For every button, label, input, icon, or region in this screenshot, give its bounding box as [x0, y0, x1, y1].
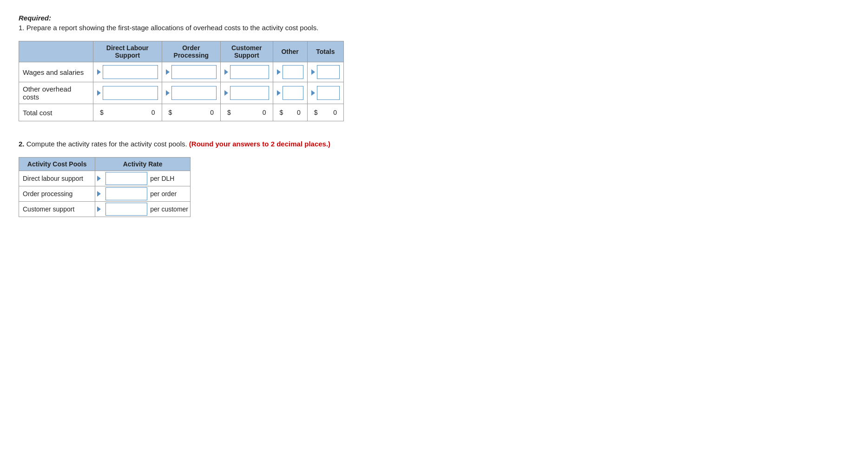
wages-op-cell[interactable] [162, 62, 220, 82]
cs-rate-arrow [97, 206, 101, 212]
wages-dl-cell[interactable] [93, 62, 162, 82]
op-rate-input[interactable] [105, 187, 147, 200]
totalcost-op-cell: $ 0 [162, 104, 220, 121]
activity-dl-label: Direct labour support [19, 171, 95, 186]
dl-rate-arrow [97, 176, 101, 181]
activity-col-header: Activity Cost Pools [19, 158, 95, 171]
activity-row-cs: Customer support per customer [19, 202, 191, 217]
col-totals-header: Totals [307, 41, 343, 62]
wages-total-input[interactable] [317, 65, 340, 79]
col-order-processing-header: OrderProcessing [162, 41, 220, 62]
wages-dl-arrow [97, 69, 101, 75]
allocation-table: Direct LabourSupport OrderProcessing Cus… [19, 41, 344, 121]
overhead-dl-cell[interactable] [93, 82, 162, 104]
totalcost-cs-dollar: $ [227, 109, 231, 116]
table2-section: Activity Cost Pools Activity Rate Direct… [19, 157, 849, 217]
table1-section: Direct LabourSupport OrderProcessing Cus… [19, 41, 849, 121]
dl-per-label: per DLH [150, 175, 174, 182]
activity-rate-table: Activity Cost Pools Activity Rate Direct… [19, 157, 191, 217]
wages-cs-input[interactable] [230, 65, 269, 79]
section2-title-wrapper: 2. Compute the activity rates for the ac… [19, 140, 849, 148]
cs-per-label: per customer [150, 205, 188, 213]
wages-dl-input[interactable] [103, 65, 158, 79]
wages-other-arrow [277, 69, 281, 75]
activity-dl-rate-cell[interactable]: per DLH [95, 171, 191, 186]
intro-text: 1. Prepare a report showing the first-st… [19, 24, 849, 32]
totalcost-label: Total cost [19, 104, 93, 121]
totalcost-totals-value: 0 [333, 109, 337, 116]
wages-op-arrow [166, 69, 170, 75]
overhead-total-arrow [311, 90, 315, 96]
required-label: Required: [19, 14, 849, 22]
overhead-dl-input[interactable] [103, 86, 158, 100]
overhead-total-cell[interactable] [307, 82, 343, 104]
overhead-op-cell[interactable] [162, 82, 220, 104]
op-per-label: per order [150, 190, 177, 198]
activity-cs-label: Customer support [19, 202, 95, 217]
overhead-op-input[interactable] [171, 86, 217, 100]
wages-total-arrow [311, 69, 315, 75]
totalcost-other-dollar: $ [280, 109, 283, 116]
rate-col-header: Activity Rate [95, 158, 191, 171]
totalcost-totals-dollar: $ [314, 109, 318, 116]
totalcost-op-dollar: $ [169, 109, 172, 116]
wages-row: Wages and salaries [19, 62, 344, 82]
col-other-header: Other [273, 41, 307, 62]
overhead-cs-input[interactable] [230, 86, 269, 100]
totalcost-other-cell: $ 0 [273, 104, 307, 121]
overhead-other-input[interactable] [283, 86, 303, 100]
activity-op-rate-cell[interactable]: per order [95, 186, 191, 202]
totalcost-row: Total cost $ 0 $ 0 $ 0 [19, 104, 344, 121]
totalcost-totals-cell: $ 0 [307, 104, 343, 121]
section2-red: (Round your answers to 2 decimal places.… [189, 140, 330, 148]
section2-text: Compute the activity rates for the activ… [26, 140, 189, 148]
section2-number: 2. [19, 140, 25, 148]
col-direct-labour-header: Direct LabourSupport [93, 41, 162, 62]
overhead-row: Other overhead costs [19, 82, 344, 104]
wages-total-cell[interactable] [307, 62, 343, 82]
wages-cs-arrow [224, 69, 228, 75]
totalcost-other-value: 0 [297, 109, 301, 116]
cs-rate-input[interactable] [105, 203, 147, 216]
overhead-dl-arrow [97, 90, 101, 96]
totalcost-dl-value: 0 [151, 109, 155, 116]
col-customer-support-header: CustomerSupport [220, 41, 273, 62]
wages-other-cell[interactable] [273, 62, 307, 82]
op-rate-arrow [97, 191, 101, 197]
overhead-op-arrow [166, 90, 170, 96]
activity-row-op: Order processing per order [19, 186, 191, 202]
totalcost-cs-cell: $ 0 [220, 104, 273, 121]
totalcost-cs-value: 0 [263, 109, 266, 116]
overhead-other-cell[interactable] [273, 82, 307, 104]
section2-title: 2. Compute the activity rates for the ac… [19, 140, 849, 148]
wages-other-input[interactable] [283, 65, 303, 79]
overhead-other-arrow [277, 90, 281, 96]
col-empty-header [19, 41, 93, 62]
totalcost-op-value: 0 [210, 109, 214, 116]
dl-rate-input[interactable] [105, 172, 147, 185]
wages-cs-cell[interactable] [220, 62, 273, 82]
activity-cs-rate-cell[interactable]: per customer [95, 202, 191, 217]
required-section: Required: 1. Prepare a report showing th… [19, 14, 849, 32]
totalcost-dl-dollar: $ [100, 109, 104, 116]
wages-label: Wages and salaries [19, 62, 93, 82]
activity-row-dl: Direct labour support per DLH [19, 171, 191, 186]
overhead-label: Other overhead costs [19, 82, 93, 104]
overhead-cs-cell[interactable] [220, 82, 273, 104]
activity-op-label: Order processing [19, 186, 95, 202]
wages-op-input[interactable] [171, 65, 217, 79]
overhead-cs-arrow [224, 90, 228, 96]
totalcost-dl-cell: $ 0 [93, 104, 162, 121]
overhead-total-input[interactable] [317, 86, 340, 100]
